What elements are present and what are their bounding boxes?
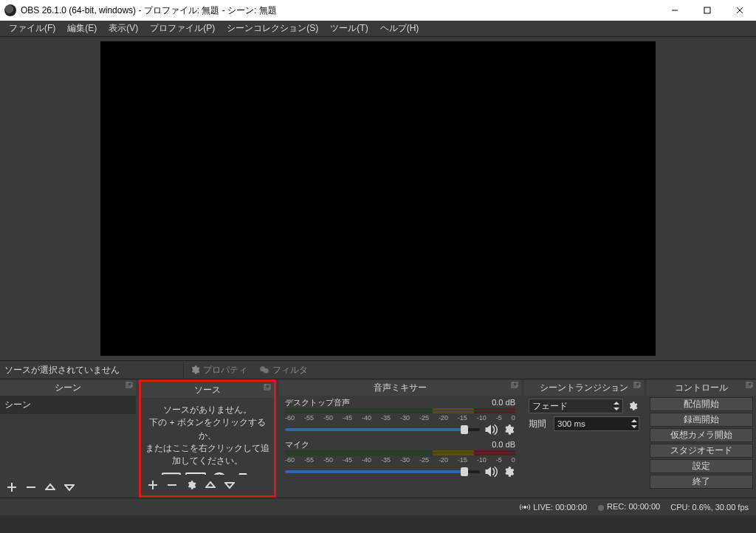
popout-icon[interactable] — [511, 382, 518, 389]
svg-rect-21 — [512, 382, 517, 388]
scenes-header[interactable]: シーン — [0, 379, 136, 396]
record-dot-icon — [597, 504, 605, 512]
channel-name: マイク — [285, 439, 309, 450]
channel-settings-button[interactable] — [502, 423, 515, 436]
source-down-button[interactable] — [222, 478, 237, 492]
menu-file[interactable]: ファイル(F) — [3, 21, 61, 36]
menu-help[interactable]: ヘルプ(H) — [374, 21, 425, 36]
channel-level: 0.0 dB — [492, 397, 515, 408]
svg-point-5 — [264, 368, 269, 374]
add-source-button[interactable] — [145, 478, 160, 492]
chevron-updown-icon — [631, 419, 637, 428]
volume-slider[interactable] — [285, 428, 480, 431]
controls-header[interactable]: コントロール — [647, 379, 756, 396]
minimize-button[interactable] — [659, 0, 691, 21]
camera-icon — [233, 472, 253, 475]
mixer-channel: デスクトップ音声 0.0 dB -60-55-50-45-40-35-30-25… — [285, 397, 515, 436]
dock-area: シーン シーン ソース ソースがありません。 下の + ボタンをクリックするか、… — [0, 379, 756, 498]
meter-scale: -60-55-50-45-40-35-30-25-20-15-10-50 — [285, 456, 515, 464]
svg-rect-9 — [264, 385, 269, 390]
menu-profile[interactable]: プロファイル(P) — [144, 21, 221, 36]
filter-icon — [259, 365, 269, 375]
properties-button[interactable]: プロパティ — [184, 362, 253, 378]
sources-empty-line: 下の + ボタンをクリックするか、 — [145, 416, 269, 442]
source-properties-button[interactable] — [184, 478, 199, 492]
obs-icon — [4, 4, 16, 16]
settings-button[interactable]: 設定 — [650, 459, 753, 473]
add-scene-button[interactable] — [4, 480, 19, 495]
start-virtual-cam-button[interactable]: 仮想カメラ開始 — [650, 428, 753, 442]
sources-list[interactable]: ソースがありません。 下の + ボタンをクリックするか、 またはここを右クリック… — [141, 398, 274, 475]
gear-icon — [190, 365, 200, 375]
duration-spinner[interactable]: 300 ms — [554, 416, 639, 431]
sources-dock: ソース ソースがありません。 下の + ボタンをクリックするか、 またはここを右… — [139, 379, 276, 498]
scene-down-button[interactable] — [62, 480, 77, 495]
exit-button[interactable]: 終了 — [650, 475, 753, 489]
scene-item[interactable]: シーン — [0, 396, 136, 414]
menu-scene-collection[interactable]: シーンコレクション(S) — [221, 21, 324, 36]
mixer-dock: 音声ミキサー デスクトップ音声 0.0 dB -60-55-50-45-40-3… — [279, 379, 521, 498]
channel-level: 0.0 dB — [492, 439, 515, 450]
vu-meter — [285, 411, 515, 413]
scenes-footer — [0, 477, 136, 498]
vu-meter — [285, 450, 515, 453]
studio-mode-button[interactable]: スタジオモード — [650, 444, 753, 458]
start-streaming-button[interactable]: 配信開始 — [650, 397, 753, 411]
sources-empty-line: またはここを右クリックして追加してください。 — [145, 442, 269, 468]
transition-settings-button[interactable] — [626, 399, 639, 413]
speaker-icon[interactable] — [484, 423, 498, 436]
svg-rect-11 — [162, 474, 180, 475]
preview-area — [0, 37, 756, 360]
svg-point-28 — [598, 505, 604, 511]
broadcast-icon — [520, 503, 530, 511]
menubar: ファイル(F) 編集(E) 表示(V) プロファイル(P) シーンコレクション(… — [0, 21, 756, 37]
transitions-header[interactable]: シーントランジション — [524, 379, 644, 396]
sources-footer — [141, 475, 274, 495]
maximize-button[interactable] — [691, 0, 724, 21]
globe-icon — [210, 472, 228, 475]
remove-scene-button[interactable] — [24, 480, 38, 495]
menu-tools[interactable]: ツール(T) — [324, 21, 374, 36]
channel-settings-button[interactable] — [502, 465, 515, 478]
popout-icon[interactable] — [746, 382, 753, 389]
svg-rect-20 — [168, 484, 176, 486]
svg-rect-8 — [27, 486, 35, 488]
mixer-body: デスクトップ音声 0.0 dB -60-55-50-45-40-35-30-25… — [279, 396, 521, 498]
svg-point-27 — [524, 506, 526, 508]
transitions-dock: シーントランジション フェード 期間 300 ms — [524, 379, 644, 498]
scene-up-button[interactable] — [43, 480, 58, 495]
close-button[interactable] — [724, 0, 756, 21]
statusbar: LIVE: 00:00:00 REC: 00:00:00 CPU: 0.6%, … — [0, 498, 756, 515]
popout-icon[interactable] — [126, 382, 133, 389]
start-recording-button[interactable]: 録画開始 — [650, 413, 753, 427]
popout-icon[interactable] — [264, 384, 271, 391]
filters-button[interactable]: フィルタ — [253, 362, 314, 378]
menu-edit[interactable]: 編集(E) — [61, 21, 103, 36]
svg-rect-6 — [126, 382, 131, 388]
scenes-dock: シーン シーン — [0, 379, 136, 498]
vu-meter — [285, 453, 515, 455]
duration-label: 期間 — [529, 419, 551, 430]
svg-rect-13 — [186, 473, 205, 475]
chevron-updown-icon — [612, 400, 621, 412]
sources-empty-line: ソースがありません。 — [145, 404, 269, 416]
sources-header[interactable]: ソース — [141, 382, 274, 398]
source-up-button[interactable] — [203, 478, 218, 492]
titlebar: OBS 26.1.0 (64-bit, windows) - プロファイル: 無… — [0, 0, 756, 21]
display-icon — [185, 472, 206, 475]
volume-slider[interactable] — [285, 470, 480, 473]
preview-canvas[interactable] — [100, 41, 656, 356]
selection-status: ソースが選択されていません — [0, 364, 183, 376]
speaker-icon[interactable] — [484, 465, 498, 478]
window-title: OBS 26.1.0 (64-bit, windows) - プロファイル: 無… — [21, 4, 659, 17]
svg-rect-1 — [704, 7, 710, 13]
remove-source-button[interactable] — [165, 478, 179, 492]
controls-dock: コントロール 配信開始 録画開始 仮想カメラ開始 スタジオモード 設定 終了 — [647, 379, 756, 498]
live-indicator: LIVE: 00:00:00 — [520, 503, 587, 512]
mixer-header[interactable]: 音声ミキサー — [279, 379, 521, 396]
mixer-channel: マイク 0.0 dB -60-55-50-45-40-35-30-25-20-1… — [285, 439, 515, 478]
menu-view[interactable]: 表示(V) — [103, 21, 144, 36]
transition-select[interactable]: フェード — [529, 399, 623, 413]
scenes-list[interactable]: シーン — [0, 396, 136, 477]
popout-icon[interactable] — [633, 382, 641, 389]
